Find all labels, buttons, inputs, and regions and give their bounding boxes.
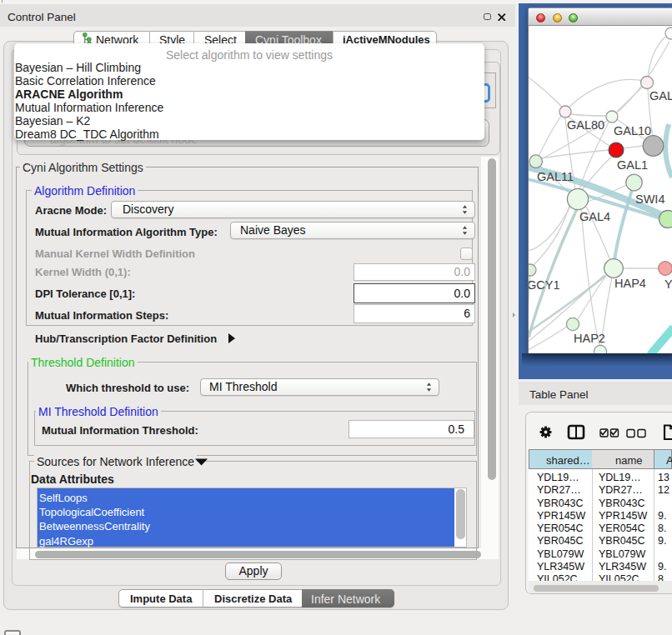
svg-text:SWI4: SWI4 xyxy=(635,192,664,206)
svg-text:HAP2: HAP2 xyxy=(574,332,605,345)
svg-text:GAL1: GAL1 xyxy=(617,158,648,172)
svg-text:GAL: GAL xyxy=(649,89,672,102)
svg-text:GAL80: GAL80 xyxy=(567,118,604,132)
svg-text:GAL11: GAL11 xyxy=(537,170,574,183)
svg-text:GCY1: GCY1 xyxy=(529,278,560,292)
svg-text:GAL10: GAL10 xyxy=(614,124,651,138)
svg-text:HAP4: HAP4 xyxy=(614,277,646,290)
svg-text:GAL4: GAL4 xyxy=(579,210,610,223)
svg-text:YD: YD xyxy=(664,278,672,291)
